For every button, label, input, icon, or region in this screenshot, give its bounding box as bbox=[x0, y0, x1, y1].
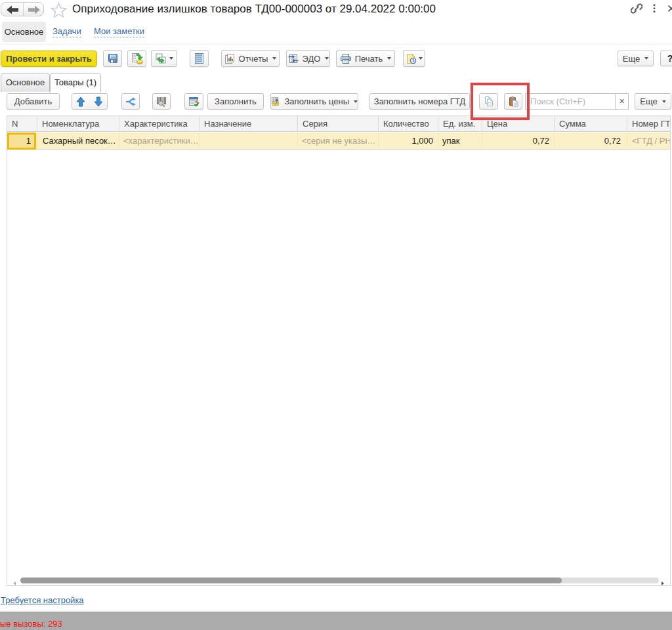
svg-text:1₁8: 1₁8 bbox=[273, 102, 278, 105]
